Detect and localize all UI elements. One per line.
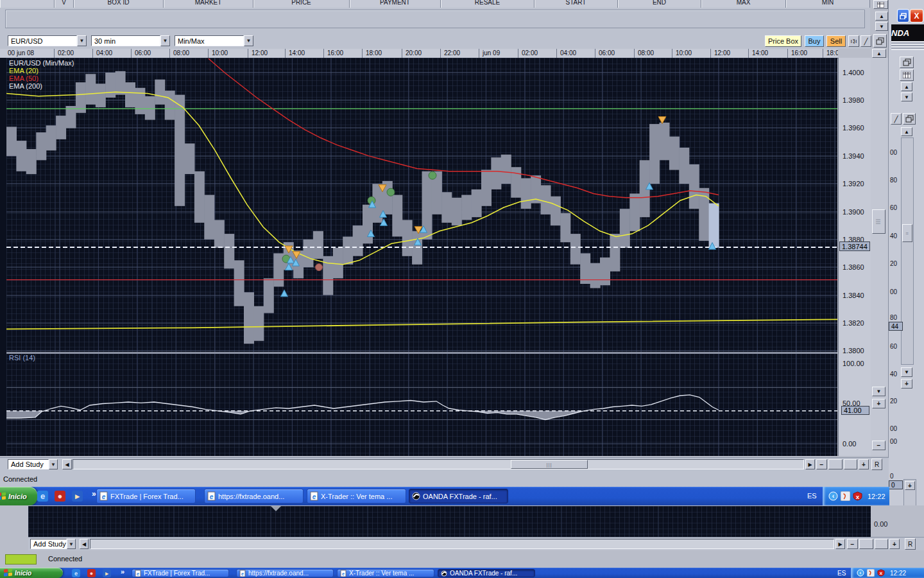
header-col-start[interactable]: START (535, 0, 618, 8)
internet-explorer-quicklaunch-icon[interactable]: e (37, 491, 48, 502)
add-study-select-2[interactable]: Add Study (30, 539, 67, 549)
language-indicator[interactable]: ES (837, 570, 846, 577)
bg-scroll-up-icon[interactable]: ▲ (901, 82, 912, 91)
java-tray-icon[interactable] (867, 569, 875, 577)
time-label: 20:00 (406, 49, 422, 57)
security-shield-tray-icon[interactable]: x (877, 569, 885, 577)
media-quicklaunch-icon[interactable]: ● (55, 491, 65, 502)
close-window-button[interactable]: X (910, 9, 923, 22)
security-shield-tray-icon[interactable]: x (853, 491, 862, 501)
bg-zoom-in2-button[interactable]: + (905, 481, 915, 490)
hide-tray-icons-icon[interactable]: ‹ (857, 569, 864, 577)
header-col-resale[interactable]: RESALE (441, 0, 535, 8)
zoom-in-button[interactable]: + (872, 399, 886, 408)
start-button[interactable]: Inicio (0, 487, 37, 505)
price-box-button[interactable]: Price Box (765, 35, 801, 47)
bg-cascade-icon[interactable] (900, 57, 914, 68)
h-scrollbar[interactable]: ||| (73, 459, 804, 469)
sell-button[interactable]: Sell (826, 35, 846, 47)
hzoom-out-button[interactable]: − (816, 459, 827, 469)
header-col-min[interactable]: MIN (786, 0, 870, 8)
volume-bars-icon[interactable]: ı३ı (848, 35, 859, 47)
price-tick-label: 1.3820 (843, 319, 864, 327)
time-tick (556, 49, 557, 58)
oanda-taskbar-icon (412, 492, 420, 500)
table-view-icon[interactable] (873, 0, 888, 9)
start-button[interactable]: Inicio (0, 568, 63, 578)
player-quicklaunch-icon[interactable]: ▸ (103, 569, 111, 577)
status-bar: Connected (0, 471, 889, 487)
hzoom-out2-button[interactable]: − (847, 539, 858, 549)
taskbar-button[interactable]: eX-Trader :: Ver tema ... (337, 569, 434, 577)
header-col-payment[interactable]: PAYMENT (350, 0, 441, 8)
bg-cascade2-icon[interactable] (903, 113, 916, 125)
add-study-arrow2-icon[interactable]: ▼ (67, 539, 76, 549)
reset-button[interactable]: R (871, 459, 882, 470)
interval-select-arrow-icon[interactable]: ▼ (160, 35, 170, 46)
header-col-end[interactable]: END (618, 0, 701, 8)
system-tray: ‹x12:22 (823, 487, 889, 505)
player-quicklaunch-icon[interactable]: ▸ (72, 491, 83, 502)
taskbar-button[interactable]: eX-Trader :: Ver tema ... (307, 489, 406, 504)
zoom-out-button[interactable]: − (872, 441, 886, 450)
java-tray-icon[interactable] (841, 491, 850, 501)
add-study-arrow-icon[interactable]: ▼ (49, 459, 58, 469)
bg-scrolldown2-icon[interactable]: ▼ (901, 367, 912, 377)
price-chart[interactable]: EUR/USD (Min/Max) EMA (20) EMA (50) EMA … (6, 58, 837, 456)
quicklaunch-overflow-chevron[interactable]: » (121, 568, 124, 575)
panel-scroll-down-icon[interactable]: ▼ (875, 22, 888, 31)
bg-trendline-icon[interactable]: ╱ (891, 113, 902, 125)
bg-axis-scroll-up-icon[interactable]: ▲ (901, 127, 912, 136)
quicklaunch-overflow-chevron[interactable]: » (92, 489, 96, 498)
internet-explorer-quicklaunch-icon[interactable]: e (72, 569, 80, 577)
header-col-v[interactable]: V (55, 0, 74, 8)
header-col-max[interactable]: MAX (701, 0, 786, 8)
vscroll-thumb[interactable]: ||| (872, 209, 886, 234)
bg-axis-fragment-label: 60 (890, 343, 897, 350)
header-col-box-id[interactable]: BOX ID (74, 0, 164, 8)
taskbar-button[interactable]: eFXTrade | Forex Trad... (96, 489, 196, 504)
bg-scroll-down-icon[interactable]: ▼ (901, 92, 912, 101)
pan-right-icon[interactable]: ▶ (805, 459, 815, 469)
pan-right2-icon[interactable]: ▶ (835, 539, 845, 549)
taskbar-button[interactable]: ehttps://fxtrade.oand... (236, 569, 334, 577)
pair-select[interactable]: EUR/USD (8, 35, 77, 46)
buy-button[interactable]: Buy (805, 35, 824, 47)
taskbar-button[interactable]: eFXTrade | Forex Trad... (132, 569, 229, 577)
trendline-tool-icon[interactable]: ╱ (860, 35, 871, 47)
bg-vscrollbar[interactable]: = (901, 137, 914, 365)
time-label: 02:00 (522, 49, 538, 57)
charttype-select-arrow-icon[interactable]: ▼ (244, 35, 253, 46)
cascade-windows-icon[interactable] (873, 34, 887, 48)
language-indicator[interactable]: ES (807, 492, 817, 500)
pair-select-arrow-icon[interactable]: ▼ (77, 35, 87, 46)
panel-scroll-up-icon[interactable]: ▲ (875, 12, 888, 21)
h-scrollbar-2[interactable] (90, 539, 834, 549)
bg-table-view-icon[interactable] (900, 69, 914, 81)
interval-select[interactable]: 30 min (91, 35, 160, 46)
reset2-button[interactable]: R (905, 538, 916, 550)
taskbar-button[interactable]: ehttps://fxtrade.oand... (204, 489, 304, 504)
h-scroll-thumb[interactable]: ||| (511, 460, 588, 469)
restore-window-button[interactable] (897, 9, 909, 22)
chart-vertical-scrollbar[interactable]: ||| ▼ + − (871, 58, 888, 456)
price-axis[interactable]: 1.40001.39801.39601.39401.39201.39001.38… (838, 58, 871, 456)
oanda-taskbar-icon (441, 570, 447, 577)
scroll-down-icon[interactable]: ▼ (872, 387, 886, 396)
pan-left-icon[interactable]: ◀ (62, 459, 72, 469)
hzoom-in2-button[interactable]: + (889, 539, 900, 549)
header-col-blank[interactable] (0, 0, 55, 8)
media-quicklaunch-icon[interactable]: ● (87, 569, 96, 577)
hzoom-in-button[interactable]: + (859, 459, 869, 469)
pan-left2-icon[interactable]: ◀ (80, 539, 89, 549)
scroll-up-icon[interactable]: ▲ (872, 49, 886, 58)
charttype-select[interactable]: Min/Max (175, 35, 244, 46)
status-bar-2: Connected (0, 550, 924, 568)
taskbar-button[interactable]: OANDA FXTrade - raf... (409, 489, 508, 504)
header-col-price[interactable]: PRICE (253, 0, 350, 8)
hide-tray-icons-icon[interactable]: ‹ (828, 491, 838, 501)
taskbar-button[interactable]: OANDA FXTrade - raf... (438, 569, 535, 577)
header-col-market[interactable]: MARKET (164, 0, 253, 8)
add-study-select[interactable]: Add Study (8, 459, 49, 469)
bg-zoom-in-button[interactable]: + (901, 379, 912, 389)
